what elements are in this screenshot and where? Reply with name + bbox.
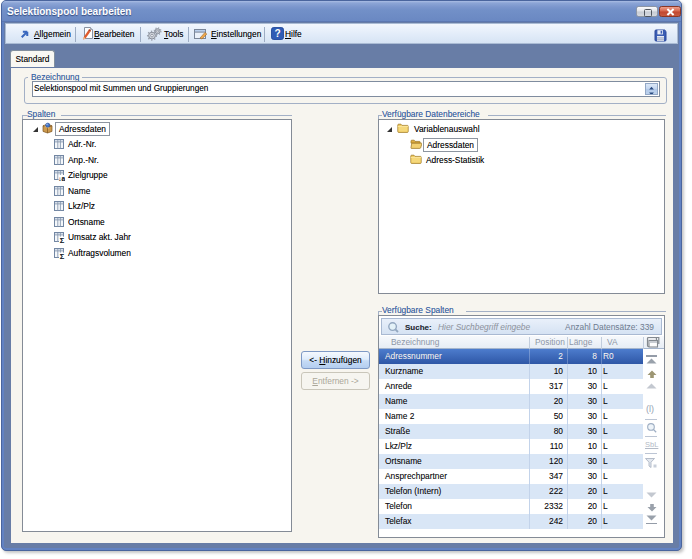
svg-text:Σ: Σ: [60, 252, 65, 259]
svg-text:↓a: ↓a: [58, 175, 65, 181]
svg-text:?: ?: [274, 28, 280, 39]
svg-text:Σ: Σ: [60, 236, 65, 243]
